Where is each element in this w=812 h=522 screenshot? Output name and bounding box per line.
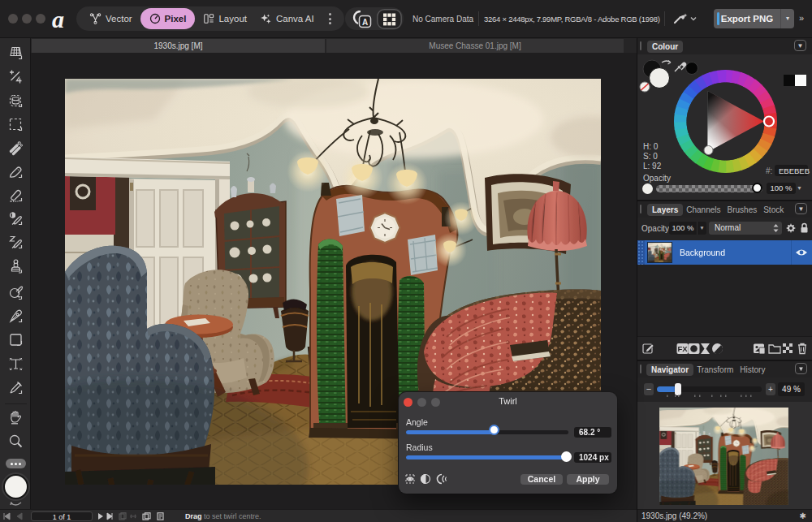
svg-text:A: A: [362, 18, 368, 27]
svg-text:H: 0: H: 0: [643, 142, 659, 151]
svg-text:EBEBEB: EBEBEB: [779, 166, 810, 175]
svg-text:S: 0: S: 0: [643, 152, 658, 161]
svg-text:L: 92: L: 92: [643, 162, 662, 170]
svg-text:FX: FX: [677, 344, 688, 353]
